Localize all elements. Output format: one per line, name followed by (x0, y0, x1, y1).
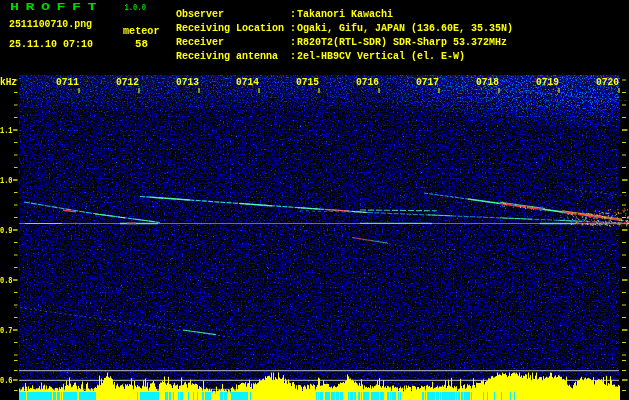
svg-text:R820T2(RTL-SDR) SDR-Sharp 53.3: R820T2(RTL-SDR) SDR-Sharp 53.372MHz (297, 37, 507, 48)
svg-text:Observer: Observer (176, 9, 224, 20)
svg-text:0714: 0714 (236, 77, 259, 88)
svg-text:25.11.10 07:10: 25.11.10 07:10 (9, 39, 93, 50)
svg-text:1.0.0: 1.0.0 (125, 3, 147, 13)
svg-text::: : (290, 9, 296, 20)
svg-text:0712: 0712 (116, 77, 139, 88)
svg-text:0717: 0717 (416, 77, 439, 88)
svg-text:2511100710.png: 2511100710.png (9, 19, 92, 30)
svg-text:1.1: 1.1 (0, 126, 13, 136)
svg-text:Ogaki, Gifu, JAPAN (136.60E, 3: Ogaki, Gifu, JAPAN (136.60E, 35.35N) (297, 23, 513, 34)
svg-text:Receiving antenna: Receiving antenna (176, 51, 278, 62)
svg-text:meteor: meteor (123, 26, 160, 37)
svg-text::: : (290, 37, 296, 48)
svg-text:0.9: 0.9 (0, 226, 13, 236)
svg-text:Receiver: Receiver (176, 37, 224, 48)
svg-text::: : (290, 23, 296, 34)
svg-text:kHz: kHz (0, 77, 17, 88)
svg-text:1.0: 1.0 (0, 176, 13, 186)
svg-text:0719: 0719 (536, 77, 559, 88)
svg-text:0.8: 0.8 (0, 276, 13, 286)
svg-text:0713: 0713 (176, 77, 199, 88)
svg-text:0716: 0716 (356, 77, 379, 88)
svg-text:Takanori Kawachi: Takanori Kawachi (297, 9, 393, 20)
svg-text:0720: 0720 (596, 77, 619, 88)
svg-text:0.7: 0.7 (0, 326, 13, 336)
svg-text:HROFFT: HROFFT (10, 1, 103, 13)
svg-text:0711: 0711 (56, 77, 79, 88)
svg-text:0718: 0718 (476, 77, 499, 88)
svg-text:0.6: 0.6 (0, 376, 13, 386)
svg-text:2el-HB9CV Vertical (el. E-W): 2el-HB9CV Vertical (el. E-W) (297, 51, 465, 62)
svg-text:Receiving Location: Receiving Location (176, 23, 284, 34)
svg-text:58: 58 (135, 39, 148, 50)
svg-text::: : (290, 51, 296, 62)
svg-text:0715: 0715 (296, 77, 319, 88)
